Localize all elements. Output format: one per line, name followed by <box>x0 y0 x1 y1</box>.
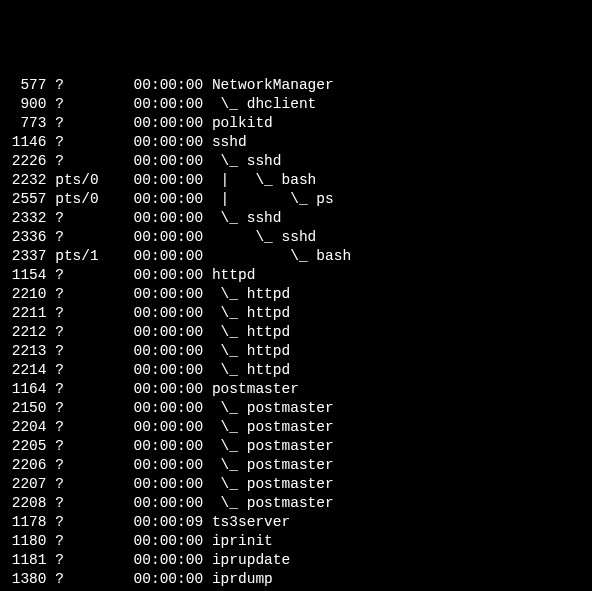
process-row: 1180 ? 00:00:00 iprinit <box>3 532 589 551</box>
time: 00:00:00 <box>134 476 204 492</box>
tty: ? <box>55 115 99 131</box>
tty: ? <box>55 210 99 226</box>
tty: ? <box>55 533 99 549</box>
time: 00:00:00 <box>134 552 204 568</box>
tty: ? <box>55 552 99 568</box>
command: httpd <box>212 267 256 283</box>
time: 00:00:00 <box>134 362 204 378</box>
terminal-output: 577 ? 00:00:00 NetworkManager 900 ? 00:0… <box>3 76 589 591</box>
time: 00:00:00 <box>134 248 204 264</box>
process-row: 2208 ? 00:00:00 \_ postmaster <box>3 494 589 513</box>
time: 00:00:00 <box>134 533 204 549</box>
time: 00:00:00 <box>134 172 204 188</box>
time: 00:00:00 <box>134 210 204 226</box>
pid: 900 <box>3 96 47 112</box>
tty: ? <box>55 362 99 378</box>
process-row: 2205 ? 00:00:00 \_ postmaster <box>3 437 589 456</box>
time: 00:00:00 <box>134 115 204 131</box>
tty: pts/1 <box>55 248 99 264</box>
process-row: 1154 ? 00:00:00 httpd <box>3 266 589 285</box>
tty: ? <box>55 96 99 112</box>
process-row: 2557 pts/0 00:00:00 | \_ ps <box>3 190 589 209</box>
tty: ? <box>55 324 99 340</box>
command: NetworkManager <box>212 77 334 93</box>
command: \_ sshd <box>212 229 316 245</box>
tty: ? <box>55 381 99 397</box>
process-row: 1146 ? 00:00:00 sshd <box>3 133 589 152</box>
tty: ? <box>55 400 99 416</box>
process-row: 1181 ? 00:00:00 iprupdate <box>3 551 589 570</box>
process-row: 2232 pts/0 00:00:00 | \_ bash <box>3 171 589 190</box>
tty: ? <box>55 514 99 530</box>
pid: 2205 <box>3 438 47 454</box>
process-row: 2210 ? 00:00:00 \_ httpd <box>3 285 589 304</box>
tty: ? <box>55 457 99 473</box>
command: iprdump <box>212 571 273 587</box>
pid: 1164 <box>3 381 47 397</box>
command: postmaster <box>212 381 299 397</box>
tty: ? <box>55 438 99 454</box>
command: \_ sshd <box>212 153 282 169</box>
process-row: 2212 ? 00:00:00 \_ httpd <box>3 323 589 342</box>
process-row: 2211 ? 00:00:00 \_ httpd <box>3 304 589 323</box>
pid: 2210 <box>3 286 47 302</box>
pid: 577 <box>3 77 47 93</box>
pid: 2213 <box>3 343 47 359</box>
time: 00:00:00 <box>134 191 204 207</box>
time: 00:00:00 <box>134 438 204 454</box>
process-row: 1380 ? 00:00:00 iprdump <box>3 570 589 589</box>
tty: ? <box>55 343 99 359</box>
tty: ? <box>55 267 99 283</box>
tty: ? <box>55 286 99 302</box>
process-row: 2150 ? 00:00:00 \_ postmaster <box>3 399 589 418</box>
time: 00:00:00 <box>134 495 204 511</box>
time: 00:00:00 <box>134 305 204 321</box>
tty: ? <box>55 77 99 93</box>
process-row: 2206 ? 00:00:00 \_ postmaster <box>3 456 589 475</box>
process-row: 1178 ? 00:00:09 ts3server <box>3 513 589 532</box>
time: 00:00:00 <box>134 286 204 302</box>
command: \_ postmaster <box>212 400 334 416</box>
time: 00:00:00 <box>134 343 204 359</box>
time: 00:00:09 <box>134 514 204 530</box>
command: \_ httpd <box>212 286 290 302</box>
pid: 2206 <box>3 457 47 473</box>
pid: 2557 <box>3 191 47 207</box>
command: \_ httpd <box>212 324 290 340</box>
time: 00:00:00 <box>134 267 204 283</box>
time: 00:00:00 <box>134 457 204 473</box>
process-row: 2226 ? 00:00:00 \_ sshd <box>3 152 589 171</box>
process-row: 2337 pts/1 00:00:00 \_ bash <box>3 247 589 266</box>
pid: 2232 <box>3 172 47 188</box>
pid: 1146 <box>3 134 47 150</box>
pid: 1380 <box>3 571 47 587</box>
tty: ? <box>55 229 99 245</box>
command: iprinit <box>212 533 273 549</box>
pid: 2212 <box>3 324 47 340</box>
command: \_ sshd <box>212 210 282 226</box>
pid: 2332 <box>3 210 47 226</box>
tty: ? <box>55 571 99 587</box>
command: sshd <box>212 134 247 150</box>
process-row: 2204 ? 00:00:00 \_ postmaster <box>3 418 589 437</box>
time: 00:00:00 <box>134 419 204 435</box>
pid: 1154 <box>3 267 47 283</box>
process-row: 773 ? 00:00:00 polkitd <box>3 114 589 133</box>
time: 00:00:00 <box>134 229 204 245</box>
pid: 2208 <box>3 495 47 511</box>
command: | \_ bash <box>212 172 316 188</box>
pid: 2337 <box>3 248 47 264</box>
process-row: 2213 ? 00:00:00 \_ httpd <box>3 342 589 361</box>
time: 00:00:00 <box>134 77 204 93</box>
tty: ? <box>55 476 99 492</box>
tty: ? <box>55 419 99 435</box>
process-row: 2207 ? 00:00:00 \_ postmaster <box>3 475 589 494</box>
process-row: 900 ? 00:00:00 \_ dhclient <box>3 95 589 114</box>
time: 00:00:00 <box>134 324 204 340</box>
command: \_ dhclient <box>212 96 316 112</box>
command: \_ postmaster <box>212 419 334 435</box>
process-row: 577 ? 00:00:00 NetworkManager <box>3 76 589 95</box>
tty: ? <box>55 134 99 150</box>
tty: ? <box>55 305 99 321</box>
command: polkitd <box>212 115 273 131</box>
